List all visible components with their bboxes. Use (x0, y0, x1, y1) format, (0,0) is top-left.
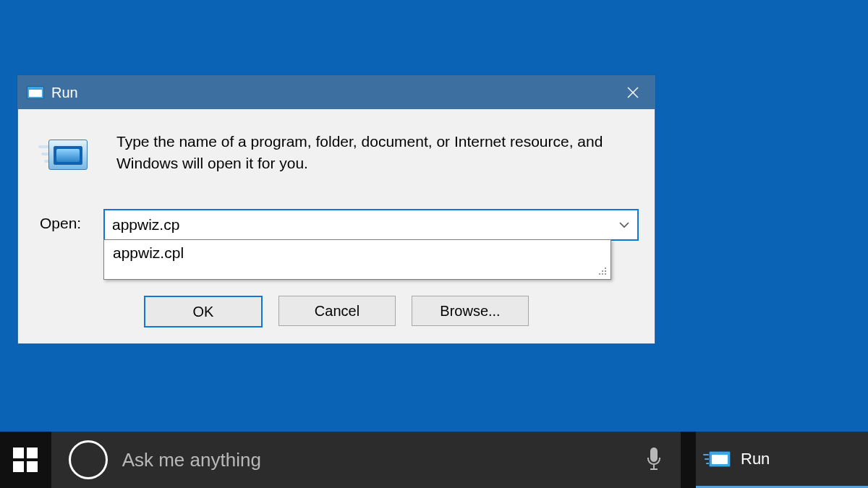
dialog-buttons: OK Cancel Browse... (18, 296, 655, 328)
taskbar-gap (681, 432, 696, 488)
svg-rect-3 (602, 270, 603, 272)
taskbar: Ask me anything Run (0, 432, 868, 488)
run-icon (709, 451, 731, 467)
open-combobox[interactable] (103, 209, 639, 241)
dialog-body: Type the name of a program, folder, docu… (18, 109, 655, 343)
svg-rect-12 (653, 465, 655, 468)
svg-rect-11 (27, 461, 38, 472)
svg-rect-9 (27, 448, 38, 458)
browse-button[interactable]: Browse... (412, 296, 529, 326)
chevron-down-icon[interactable] (611, 210, 637, 239)
svg-rect-13 (650, 468, 658, 470)
microphone-icon[interactable] (644, 447, 663, 473)
run-large-icon (41, 135, 93, 177)
taskbar-item-run[interactable]: Run (696, 432, 868, 488)
search-box[interactable]: Ask me anything (51, 432, 681, 488)
resize-grip-icon[interactable] (596, 265, 609, 278)
autocomplete-dropdown: appwiz.cpl (103, 239, 611, 280)
run-icon (27, 86, 44, 99)
open-input[interactable] (105, 210, 624, 239)
open-label: Open: (40, 215, 81, 232)
cortana-icon[interactable] (69, 440, 108, 479)
window-title: Run (51, 85, 611, 101)
windows-logo-icon (13, 448, 38, 472)
taskbar-item-label: Run (741, 450, 770, 468)
titlebar[interactable]: Run (18, 76, 655, 109)
svg-rect-7 (605, 273, 606, 275)
start-button[interactable] (0, 432, 51, 488)
svg-rect-6 (602, 273, 603, 275)
search-placeholder: Ask me anything (122, 449, 681, 471)
autocomplete-item[interactable]: appwiz.cpl (104, 240, 610, 262)
run-dialog: Run Type the name of a program, folder, … (17, 75, 655, 344)
close-button[interactable] (611, 76, 655, 109)
svg-rect-2 (605, 267, 606, 269)
svg-rect-4 (605, 270, 606, 272)
svg-rect-10 (13, 461, 24, 472)
dialog-description: Type the name of a program, folder, docu… (116, 131, 633, 174)
ok-button[interactable]: OK (144, 296, 263, 328)
svg-rect-5 (599, 273, 600, 275)
cancel-button[interactable]: Cancel (278, 296, 396, 326)
svg-rect-8 (13, 448, 24, 458)
